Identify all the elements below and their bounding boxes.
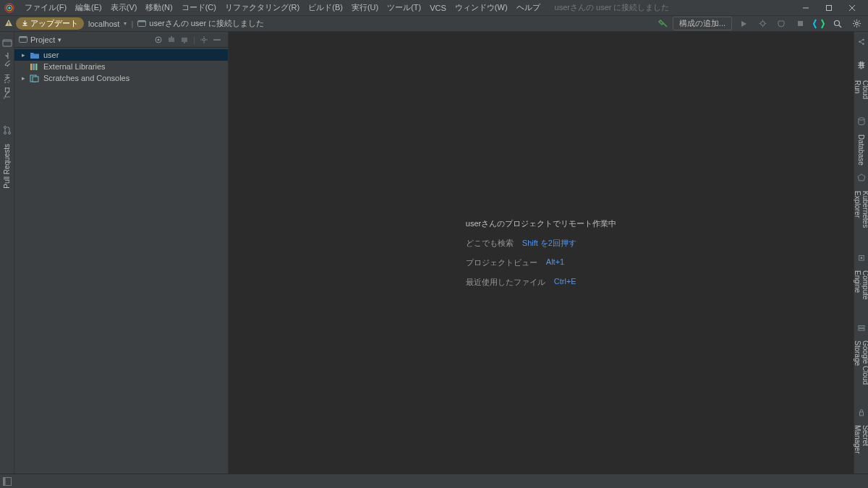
- project-panel-title[interactable]: Project: [30, 35, 55, 44]
- svg-rect-44: [35, 64, 38, 70]
- share-icon[interactable]: [856, 38, 867, 46]
- navigation-bar: アップデート localhost ▾ | userさんの user に接続しまし…: [0, 16, 868, 32]
- svg-rect-60: [4, 478, 6, 486]
- right-tab-cloud-run[interactable]: Cloud Run: [852, 74, 869, 114]
- hide-panel-icon[interactable]: [210, 33, 224, 46]
- status-bar: [0, 474, 868, 488]
- expand-all-icon[interactable]: [165, 33, 178, 46]
- build-icon[interactable]: [658, 18, 668, 30]
- project-tree[interactable]: ▸ user External Libraries ▸ Scratches an…: [14, 48, 228, 474]
- window-title: userさんの user に接続しました: [555, 2, 670, 13]
- cloud-storage-icon[interactable]: [856, 324, 867, 333]
- welcome-hint-project-view: プロジェクトビュー Alt+1: [466, 257, 616, 268]
- tree-node-scratches[interactable]: ▸ Scratches and Consoles: [14, 72, 228, 84]
- kubernetes-icon[interactable]: [856, 174, 867, 182]
- left-tab-pull-requests[interactable]: Pull Requests: [1, 138, 12, 194]
- svg-line-51: [860, 42, 862, 43]
- svg-rect-10: [138, 21, 145, 22]
- compute-engine-icon[interactable]: [856, 254, 867, 262]
- breadcrumb-path[interactable]: userさんの user に接続しました: [149, 18, 264, 29]
- tree-node-label: External Libraries: [43, 62, 106, 71]
- project-panel-header: Project ▾ |: [14, 32, 228, 48]
- right-tab-kubernetes[interactable]: Kubernetes Explorer: [852, 185, 869, 251]
- right-tab-compute-engine[interactable]: Compute Engine: [852, 265, 869, 320]
- right-tab-secret-manager[interactable]: Secret Manager: [852, 419, 869, 474]
- select-opened-file-icon[interactable]: [152, 33, 165, 46]
- project-header-icon: [19, 35, 27, 44]
- right-tab-share[interactable]: 共有: [855, 49, 868, 61]
- tree-node-label: user: [43, 51, 59, 59]
- pull-requests-icon[interactable]: [2, 125, 12, 135]
- expand-arrow-icon[interactable]: ▸: [22, 74, 29, 82]
- svg-line-27: [854, 25, 854, 26]
- run-config-dropdown[interactable]: 構成の追加...: [673, 17, 732, 30]
- left-tab-project[interactable]: プロジェクト: [1, 51, 14, 111]
- menu-tools[interactable]: ツール(T): [383, 0, 425, 16]
- cloud-run-icon[interactable]: [856, 64, 867, 72]
- code-with-me-icon[interactable]: [812, 17, 826, 31]
- folder-blue-icon: [29, 50, 41, 60]
- right-tab-cloud-storage[interactable]: Google Cloud Storage: [852, 335, 869, 406]
- run-coverage-button[interactable]: [774, 17, 788, 31]
- warning-icon: [4, 19, 13, 29]
- debug-button[interactable]: [755, 17, 770, 31]
- tree-node-user[interactable]: ▸ user: [14, 49, 228, 61]
- maximize-button[interactable]: [817, 0, 841, 16]
- update-badge[interactable]: アップデート: [16, 17, 84, 30]
- svg-rect-28: [3, 40, 12, 46]
- menu-file[interactable]: ファイル(F): [20, 0, 71, 16]
- menu-vcs[interactable]: VCS: [425, 0, 451, 16]
- svg-rect-56: [858, 325, 864, 327]
- search-everywhere-icon[interactable]: [830, 17, 845, 31]
- stop-button[interactable]: [793, 17, 807, 31]
- svg-rect-57: [858, 328, 864, 330]
- menu-help[interactable]: ヘルプ: [512, 0, 545, 16]
- menu-build[interactable]: ビルド(B): [304, 0, 347, 16]
- svg-rect-58: [859, 412, 863, 416]
- svg-line-25: [859, 25, 859, 26]
- svg-point-30: [4, 132, 6, 134]
- project-tool-icon[interactable]: [2, 38, 12, 48]
- menu-code[interactable]: コード(C): [177, 0, 221, 16]
- svg-point-19: [855, 22, 858, 25]
- tool-window-quick-access-icon[interactable]: [0, 474, 14, 488]
- panel-options-gear-icon[interactable]: [197, 33, 210, 46]
- welcome-title: userさんのプロジェクトでリモート作業中: [466, 218, 616, 229]
- svg-marker-53: [858, 174, 865, 181]
- menu-run[interactable]: 実行(U): [347, 0, 383, 16]
- menu-view[interactable]: 表示(V): [106, 0, 142, 16]
- menu-navigate[interactable]: 移動(N): [141, 0, 176, 16]
- minimize-button[interactable]: [794, 0, 817, 16]
- menu-window[interactable]: ウィンドウ(W): [451, 0, 512, 16]
- welcome-hint-label: プロジェクトビュー: [466, 257, 537, 268]
- tree-node-label: Scratches and Consoles: [43, 74, 129, 82]
- editor-area: userさんのプロジェクトでリモート作業中 どこでも検索 Shift を2回押す…: [229, 32, 854, 474]
- menu-refactor[interactable]: リファクタリング(R): [221, 0, 304, 16]
- svg-rect-55: [860, 257, 861, 258]
- chevron-down-icon[interactable]: ▾: [58, 36, 61, 43]
- welcome-hint-shortcut: Alt+1: [546, 257, 564, 268]
- right-tab-database[interactable]: Database: [856, 129, 867, 171]
- svg-point-11: [760, 22, 765, 26]
- menu-edit[interactable]: 編集(E): [71, 0, 106, 16]
- breadcrumb-host[interactable]: localhost: [88, 20, 119, 28]
- menu-bar: ファイル(F) 編集(E) 表示(V) 移動(N) コード(C) リファクタリン…: [0, 0, 868, 16]
- svg-rect-46: [33, 77, 38, 82]
- settings-gear-icon[interactable]: [849, 17, 864, 31]
- svg-point-2: [8, 7, 11, 9]
- run-button[interactable]: [736, 17, 751, 31]
- expand-arrow-icon[interactable]: ▸: [22, 51, 29, 59]
- tree-node-external-libraries[interactable]: External Libraries: [14, 61, 228, 72]
- secret-manager-icon[interactable]: [856, 408, 867, 417]
- project-tool-window: Project ▾ | ▸ user External Libraries ▸: [14, 32, 229, 474]
- svg-point-52: [858, 118, 864, 120]
- right-tool-window-bar: 共有 Cloud Run Database Kubernetes Explore…: [854, 32, 868, 474]
- database-icon[interactable]: [856, 117, 867, 126]
- welcome-hint-recent-files: 最近使用したファイル Ctrl+E: [466, 277, 616, 288]
- welcome-hint-label: どこでも検索: [466, 238, 514, 249]
- close-button[interactable]: [841, 0, 864, 16]
- welcome-hint-search: どこでも検索 Shift を2回押す: [466, 238, 616, 249]
- svg-point-29: [4, 127, 6, 129]
- collapse-all-icon[interactable]: [178, 33, 191, 46]
- svg-rect-4: [827, 5, 832, 10]
